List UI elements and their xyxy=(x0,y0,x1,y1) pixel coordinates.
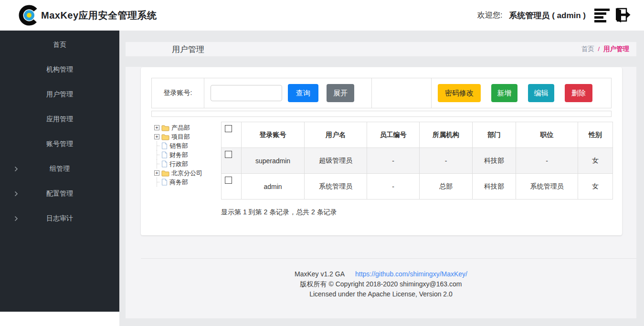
table-row[interactable]: superadmin 超级管理员 - - 科技部 - 女 xyxy=(222,148,613,174)
sidebar-item-app-management[interactable]: 应用管理 xyxy=(0,107,119,132)
sidebar-item-label: 用户管理 xyxy=(46,90,73,99)
tree-node-label: 北京分公司 xyxy=(171,169,202,178)
sidebar-item-log-audit[interactable]: 日志审计 xyxy=(0,206,119,231)
sidebar-nav: 首页 机构管理 用户管理 应用管理 账号管理 组管理 配置管理 日志审计 xyxy=(0,31,119,312)
table-row[interactable]: admin 系统管理员 - 总部 科技部 系统管理员 女 xyxy=(222,174,613,200)
tree-node-label: 商务部 xyxy=(169,178,188,187)
column-header: 用户名 xyxy=(305,122,367,148)
sidebar-item-user-management[interactable]: 用户管理 xyxy=(0,82,119,107)
table-toolbar-strip xyxy=(151,111,612,117)
folder-icon xyxy=(161,125,169,131)
column-header: 员工编号 xyxy=(367,122,420,148)
org-tree: + 产品部 + 项目部 销售部 xyxy=(154,123,221,187)
file-icon xyxy=(161,160,168,168)
sidebar-item-label: 机构管理 xyxy=(46,65,73,74)
toolbar-spacer xyxy=(372,78,432,108)
cell-username: 系统管理员 xyxy=(305,174,367,200)
delete-button[interactable]: 删除 xyxy=(565,84,592,102)
brand: MaxKey应用安全管理系统 xyxy=(16,4,157,26)
sidebar-item-label: 首页 xyxy=(53,41,66,49)
cell-employee-id: - xyxy=(367,148,420,174)
list-icon[interactable] xyxy=(594,8,611,22)
search-toolbar: 登录账号: 查询 展开 密码修改 新增 编辑 删除 xyxy=(151,78,612,108)
app-header: MaxKey应用安全管理系统 欢迎您: 系统管理员 ( admin ) xyxy=(0,0,644,31)
tree-node-label: 财务部 xyxy=(169,151,188,159)
add-button[interactable]: 新增 xyxy=(491,84,517,102)
footer-divider xyxy=(141,258,636,259)
main-area: 用户管理 首页 / 用户管理 登录账号: 查询 展开 xyxy=(119,31,644,326)
login-account-input[interactable] xyxy=(211,85,282,101)
sidebar-item-label: 账号管理 xyxy=(46,140,73,148)
expand-plus-icon[interactable]: + xyxy=(154,170,159,176)
tree-node-label: 项目部 xyxy=(171,133,190,141)
cell-organization: 总部 xyxy=(420,174,473,200)
chevron-right-icon xyxy=(14,191,18,197)
login-account-label: 登录账号: xyxy=(152,78,204,108)
cell-username: 超级管理员 xyxy=(305,148,367,174)
folder-icon xyxy=(161,134,169,140)
sidebar-item-group-management[interactable]: 组管理 xyxy=(0,157,119,181)
sidebar-item-account-management[interactable]: 账号管理 xyxy=(0,132,119,157)
cell-login-account: admin xyxy=(242,174,305,200)
tree-node-finance-dept[interactable]: 财务部 xyxy=(154,150,221,159)
copyright-text: 版权所有 © Copyright 2018-2020 shimingxy@163… xyxy=(126,279,636,289)
chevron-right-icon xyxy=(14,216,18,221)
folder-icon xyxy=(161,170,169,177)
sidebar-item-org-management[interactable]: 机构管理 xyxy=(0,57,119,82)
welcome-label: 欢迎您: xyxy=(477,11,502,21)
cell-department: 科技部 xyxy=(473,148,516,174)
user-management-card: 登录账号: 查询 展开 密码修改 新增 编辑 删除 xyxy=(141,67,622,235)
page-titlebar: 用户管理 首页 / 用户管理 xyxy=(126,42,636,56)
cell-organization: - xyxy=(420,148,473,174)
tree-connector xyxy=(154,150,160,159)
column-header: 登录账号 xyxy=(242,122,305,148)
page-footer: MaxKey v1.2 GAhttps://github.com/shiming… xyxy=(126,269,636,299)
logout-icon[interactable] xyxy=(612,7,631,23)
cell-position: - xyxy=(516,148,578,174)
edit-button[interactable]: 编辑 xyxy=(528,84,554,102)
tree-node-sales-dept[interactable]: 销售部 xyxy=(154,141,221,150)
column-header: 所属机构 xyxy=(420,122,473,148)
query-button[interactable]: 查询 xyxy=(288,84,318,102)
expand-plus-icon[interactable]: + xyxy=(154,134,159,139)
user-table: 登录账号 用户名 员工编号 所属机构 部门 职位 性别 superadmin xyxy=(221,122,613,200)
breadcrumb-home-link[interactable]: 首页 xyxy=(581,45,594,53)
github-link[interactable]: https://github.com/shimingxy/MaxKey/ xyxy=(355,270,467,278)
row-checkbox[interactable] xyxy=(225,151,232,158)
breadcrumb-separator: / xyxy=(598,45,600,53)
cell-gender: 女 xyxy=(578,148,613,174)
sidebar-item-label: 配置管理 xyxy=(46,189,73,198)
record-summary: 显示第 1 到第 2 条记录，总共 2 条记录 xyxy=(221,208,337,217)
sidebar-item-home[interactable]: 首页 xyxy=(0,32,119,57)
tree-node-business-dept[interactable]: 商务部 xyxy=(154,178,221,187)
content-panel: 登录账号: 查询 展开 密码修改 新增 编辑 删除 xyxy=(126,67,636,318)
breadcrumb: 首页 / 用户管理 xyxy=(581,45,629,53)
tree-node-product-dept[interactable]: + 产品部 xyxy=(154,123,221,132)
maxkey-logo-icon xyxy=(18,4,40,26)
expand-plus-icon[interactable]: + xyxy=(154,125,159,130)
table-header-row: 登录账号 用户名 员工编号 所属机构 部门 职位 性别 xyxy=(222,122,613,148)
cell-gender: 女 xyxy=(578,174,613,200)
tree-node-project-dept[interactable]: + 项目部 xyxy=(154,132,221,141)
expand-button[interactable]: 展开 xyxy=(327,84,354,102)
cell-department: 科技部 xyxy=(473,174,516,200)
row-checkbox[interactable] xyxy=(225,177,232,184)
maxkey-app: MaxKey应用安全管理系统 欢迎您: 系统管理员 ( admin ) xyxy=(0,0,644,326)
cell-position: 系统管理员 xyxy=(516,174,578,200)
tree-connector xyxy=(154,178,160,187)
tree-node-label: 行政部 xyxy=(169,160,188,168)
sidebar-item-label: 应用管理 xyxy=(46,115,73,124)
select-all-checkbox[interactable] xyxy=(225,125,232,132)
app-title: MaxKey应用安全管理系统 xyxy=(41,9,157,22)
column-header: 性别 xyxy=(578,122,613,148)
tree-node-label: 产品部 xyxy=(171,124,190,132)
product-version: MaxKey v1.2 GA xyxy=(295,270,345,278)
tree-node-admin-dept[interactable]: 行政部 xyxy=(154,159,221,168)
tree-node-beijing-branch[interactable]: + 北京分公司 xyxy=(154,168,221,178)
sidebar-item-label: 日志审计 xyxy=(46,214,73,223)
tree-connector xyxy=(154,141,160,150)
change-password-button[interactable]: 密码修改 xyxy=(438,84,481,102)
action-buttons: 密码修改 新增 编辑 删除 xyxy=(432,78,611,108)
search-form: 查询 展开 xyxy=(204,78,372,108)
sidebar-item-config-management[interactable]: 配置管理 xyxy=(0,181,119,206)
